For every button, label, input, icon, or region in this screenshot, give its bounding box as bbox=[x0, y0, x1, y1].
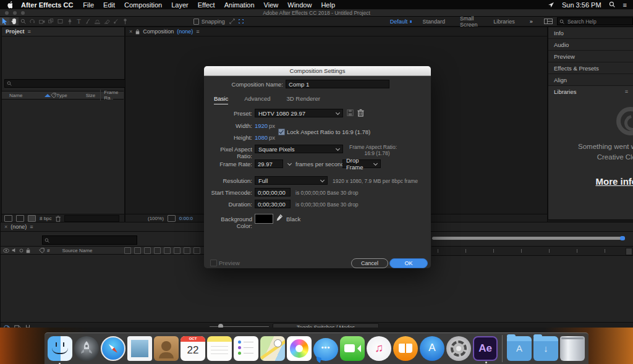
new-folder-icon[interactable] bbox=[16, 215, 24, 222]
location-services-icon[interactable] bbox=[548, 1, 554, 8]
project-bit-depth[interactable]: 8 bpc bbox=[40, 216, 52, 221]
tab-advanced[interactable]: Advanced bbox=[244, 95, 270, 104]
roto-brush-tool[interactable] bbox=[111, 17, 121, 25]
dock-icon-reminders[interactable] bbox=[234, 336, 258, 361]
time-navigator-bar[interactable] bbox=[432, 237, 625, 240]
shape-tool[interactable] bbox=[56, 17, 65, 25]
snap-option-icon[interactable] bbox=[227, 17, 237, 25]
panel-tab-effects-presets[interactable]: Effects & Presets bbox=[548, 62, 633, 74]
collapse-icon[interactable] bbox=[134, 247, 141, 254]
zoom-tool[interactable] bbox=[19, 17, 28, 25]
snap-feature-icon[interactable] bbox=[237, 17, 246, 25]
puppet-pin-tool[interactable] bbox=[121, 17, 130, 25]
layer-number-column[interactable]: # bbox=[47, 248, 49, 253]
menu-file[interactable]: File bbox=[83, 1, 94, 9]
comp-timecode[interactable]: 0:00:0 bbox=[179, 216, 193, 221]
eraser-tool[interactable] bbox=[102, 17, 111, 25]
menu-window[interactable]: Window bbox=[287, 1, 312, 9]
composition-name-input[interactable]: Comp 1 bbox=[286, 80, 389, 88]
apple-menu-icon[interactable] bbox=[6, 1, 12, 9]
timeline-search-field[interactable] bbox=[42, 235, 137, 245]
column-frame-rate[interactable]: Frame Ra.. bbox=[100, 90, 124, 101]
menu-layer[interactable]: Layer bbox=[171, 1, 189, 9]
workspace-small-screen[interactable]: Small Screen bbox=[452, 15, 486, 28]
dock-icon-system-preferences[interactable] bbox=[446, 336, 471, 361]
background-color-swatch[interactable] bbox=[255, 214, 273, 224]
column-name[interactable]: Name bbox=[9, 93, 22, 98]
workspace-overflow-chevron[interactable]: » bbox=[522, 19, 540, 25]
time-navigator-end-handle[interactable] bbox=[620, 236, 625, 240]
dock-icon-ibooks[interactable] bbox=[393, 336, 418, 361]
spotlight-search-icon[interactable] bbox=[609, 1, 616, 8]
label-color-icon[interactable] bbox=[51, 93, 56, 98]
panel-tab-audio[interactable]: Audio bbox=[548, 39, 633, 51]
quality-icon[interactable] bbox=[144, 247, 151, 254]
pan-behind-tool[interactable] bbox=[46, 17, 56, 25]
comp-zoom-level[interactable]: (100%) bbox=[148, 216, 164, 221]
tab-basic[interactable]: Basic bbox=[214, 95, 228, 104]
menu-help[interactable]: Help bbox=[321, 1, 335, 9]
save-preset-icon[interactable] bbox=[347, 109, 354, 116]
audio-mute-icon[interactable] bbox=[12, 248, 17, 253]
workspace-bar-icon[interactable] bbox=[544, 17, 553, 25]
menu-composition[interactable]: Composition bbox=[124, 1, 162, 9]
project-search-field[interactable] bbox=[4, 79, 125, 88]
eyedropper-icon[interactable] bbox=[276, 214, 283, 221]
rotation-tool[interactable] bbox=[28, 17, 37, 25]
dock-icon-calendar[interactable]: OCT 22 bbox=[181, 336, 205, 361]
label-column-icon[interactable] bbox=[39, 248, 45, 253]
composition-panel-menu-icon[interactable]: ≡ bbox=[196, 28, 199, 35]
selection-tool[interactable] bbox=[0, 17, 9, 25]
timeline-ruler[interactable] bbox=[431, 246, 633, 256]
help-search-field[interactable] bbox=[557, 17, 633, 25]
comp-marker-button[interactable] bbox=[626, 248, 632, 255]
adjustment-layer-icon[interactable] bbox=[184, 247, 190, 254]
workspace-libraries[interactable]: Libraries bbox=[486, 19, 522, 25]
interpret-footage-icon[interactable] bbox=[4, 215, 12, 222]
timeline-zoom-slider[interactable] bbox=[210, 326, 269, 327]
menu-app-name[interactable]: After Effects CC bbox=[21, 1, 73, 9]
pen-tool[interactable] bbox=[65, 17, 74, 25]
dock-icon-app-store[interactable]: A bbox=[420, 336, 444, 361]
panel-tab-libraries[interactable]: Libraries ≡ bbox=[548, 86, 633, 97]
column-size[interactable]: Size bbox=[86, 93, 96, 98]
dock-icon-messages[interactable]: ••• bbox=[313, 338, 338, 361]
cancel-button[interactable]: Cancel bbox=[351, 258, 388, 268]
sort-direction-icon[interactable] bbox=[45, 94, 51, 97]
preset-dropdown[interactable]: HDTV 1080 29.97 bbox=[255, 109, 343, 117]
libraries-panel-menu-icon[interactable]: ≡ bbox=[625, 88, 628, 95]
composition-tab-value[interactable]: (none) bbox=[177, 28, 193, 35]
shy-icon[interactable] bbox=[124, 247, 131, 254]
timeline-tab-value[interactable]: (none) bbox=[11, 224, 27, 230]
dock-icon-finder[interactable] bbox=[48, 336, 72, 361]
effects-icon[interactable] bbox=[154, 247, 161, 254]
dock-icon-photos[interactable] bbox=[287, 336, 312, 361]
height-value[interactable]: 1080 bbox=[255, 134, 268, 141]
camera-tool[interactable] bbox=[37, 17, 46, 25]
timeline-close-icon[interactable]: × bbox=[4, 224, 7, 230]
source-name-column[interactable]: Source Name bbox=[62, 248, 92, 253]
menu-view[interactable]: View bbox=[264, 1, 279, 9]
lock-aspect-checkbox[interactable] bbox=[278, 129, 285, 135]
solo-icon[interactable] bbox=[19, 248, 23, 253]
motion-blur-icon[interactable] bbox=[174, 247, 181, 254]
delete-item-icon[interactable] bbox=[56, 216, 61, 222]
duration-input[interactable]: 0;00;30;00 bbox=[255, 200, 291, 208]
composition-tab-label[interactable]: Composition bbox=[143, 28, 174, 35]
dock-icon-after-effects[interactable]: Ae bbox=[473, 336, 498, 361]
project-panel-menu-icon[interactable]: ≡ bbox=[28, 28, 31, 35]
pixel-aspect-ratio-dropdown[interactable]: Square Pixels bbox=[255, 145, 343, 153]
hand-tool[interactable] bbox=[9, 17, 19, 25]
timeline-panel-menu-icon[interactable]: ≡ bbox=[30, 224, 33, 230]
menu-edit[interactable]: Edit bbox=[103, 1, 115, 9]
start-timecode-input[interactable]: 0;00;00;00 bbox=[255, 188, 291, 197]
lock-column-icon[interactable] bbox=[26, 248, 30, 253]
video-visibility-icon[interactable] bbox=[3, 248, 9, 253]
new-composition-icon[interactable] bbox=[28, 215, 36, 222]
frame-blend-icon[interactable] bbox=[164, 247, 171, 254]
menu-animation[interactable]: Animation bbox=[224, 1, 255, 9]
dock-icon-launchpad[interactable] bbox=[74, 336, 99, 361]
ok-button[interactable]: OK bbox=[389, 258, 428, 268]
panel-tab-align[interactable]: Align bbox=[548, 74, 633, 86]
preview-checkbox[interactable] bbox=[210, 260, 217, 266]
